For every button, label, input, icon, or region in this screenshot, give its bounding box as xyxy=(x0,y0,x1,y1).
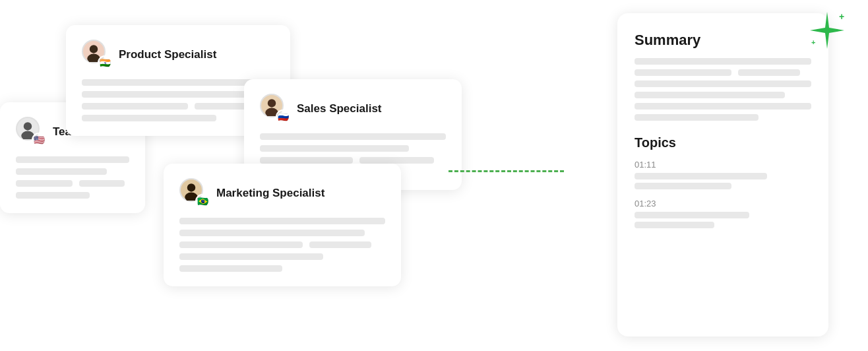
line xyxy=(179,241,303,248)
marketing-lines xyxy=(179,218,385,272)
svg-point-10 xyxy=(187,183,195,191)
svg-text:+: + xyxy=(839,11,844,22)
line xyxy=(16,192,90,199)
svg-point-7 xyxy=(268,99,276,107)
line xyxy=(179,230,365,236)
line xyxy=(179,253,323,260)
line xyxy=(260,157,353,164)
marketing-avatar: 🇧🇷 xyxy=(179,178,210,208)
summary-header: Summary xyxy=(635,32,811,58)
marketing-flag: 🇧🇷 xyxy=(195,194,210,208)
line xyxy=(79,180,125,187)
line xyxy=(309,241,371,248)
summary-lines xyxy=(635,58,811,121)
line xyxy=(82,103,188,110)
topic-item-1: 01:11 xyxy=(635,160,811,189)
line xyxy=(179,265,282,272)
sales-header: 🇷🇺 Sales Specialist xyxy=(260,94,446,124)
line xyxy=(635,58,811,65)
main-scene: 🇺🇸 Team Lead xyxy=(0,0,868,351)
sales-flag: 🇷🇺 xyxy=(276,110,290,124)
line xyxy=(16,156,129,163)
card-marketing-specialist: 🇧🇷 Marketing Specialist xyxy=(164,164,401,286)
line xyxy=(179,218,385,224)
topic-lines-2 xyxy=(635,212,811,228)
svg-point-1 xyxy=(24,122,32,130)
line xyxy=(635,114,759,121)
line xyxy=(635,103,811,110)
line xyxy=(635,212,749,218)
team-lead-flag: 🇺🇸 xyxy=(32,133,46,147)
topic-time-2: 01:23 xyxy=(635,199,811,208)
summary-panel: Summary Topics 01:11 01:23 xyxy=(617,13,828,336)
svg-text:+: + xyxy=(811,38,815,46)
topics-title: Topics xyxy=(635,135,811,150)
topic-time-1: 01:11 xyxy=(635,160,811,170)
product-header: 🇮🇳 Product Specialist xyxy=(82,40,274,70)
sparkle-icon: + + xyxy=(806,9,848,51)
line xyxy=(635,80,811,87)
dashed-connector xyxy=(449,170,564,172)
line xyxy=(635,69,731,76)
sparkle-container: + + xyxy=(806,9,848,54)
product-title: Product Specialist xyxy=(119,48,216,61)
topic-item-2: 01:23 xyxy=(635,199,811,228)
line xyxy=(359,157,434,164)
line xyxy=(260,145,409,152)
topic-lines-1 xyxy=(635,173,811,189)
team-lead-avatar: 🇺🇸 xyxy=(16,117,46,147)
line xyxy=(16,180,73,187)
line xyxy=(82,115,216,121)
line xyxy=(82,91,255,98)
line xyxy=(635,173,767,179)
line xyxy=(635,183,731,189)
marketing-header: 🇧🇷 Marketing Specialist xyxy=(179,178,385,208)
team-lead-lines xyxy=(16,156,129,199)
sales-avatar: 🇷🇺 xyxy=(260,94,290,124)
sales-title: Sales Specialist xyxy=(297,102,382,115)
line xyxy=(260,133,446,140)
product-flag: 🇮🇳 xyxy=(98,55,112,70)
line xyxy=(635,92,785,98)
line xyxy=(16,168,107,175)
line xyxy=(738,69,800,76)
line xyxy=(635,222,714,228)
summary-title: Summary xyxy=(635,32,700,49)
svg-point-4 xyxy=(90,45,98,53)
product-avatar: 🇮🇳 xyxy=(82,40,112,70)
marketing-title: Marketing Specialist xyxy=(216,187,325,200)
